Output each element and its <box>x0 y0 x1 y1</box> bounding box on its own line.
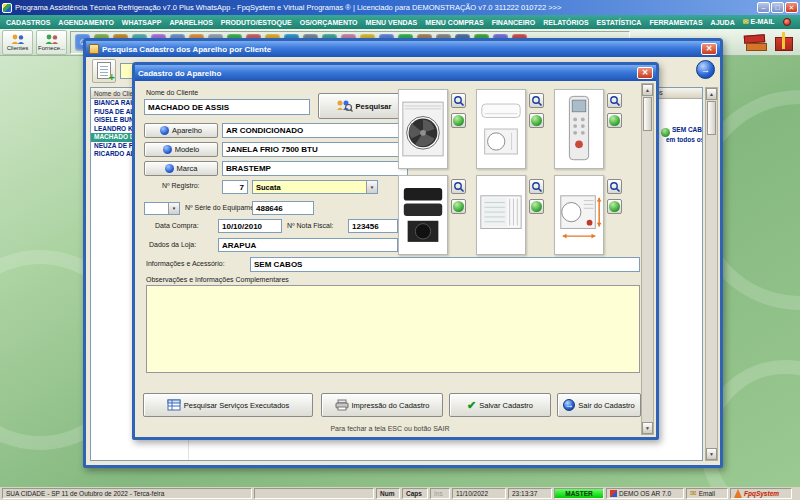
brand-field[interactable]: BRASTEMP <box>222 161 408 176</box>
menu-item[interactable]: AJUDA <box>707 19 739 26</box>
scrollbar-vertical[interactable] <box>641 83 654 435</box>
app-logo-icon <box>2 3 12 13</box>
menu-item[interactable]: RELATÓRIOS <box>539 19 592 26</box>
chevron-down-icon[interactable] <box>168 203 179 214</box>
scroll-thumb[interactable] <box>707 101 716 135</box>
scroll-thumb[interactable] <box>643 97 652 131</box>
device-icon <box>160 126 169 135</box>
status-insert: Ins <box>430 488 450 499</box>
menu-item[interactable]: WHATSAPP <box>118 19 166 26</box>
close-window-button[interactable] <box>701 43 717 55</box>
print-record-button[interactable]: Impressão do Cadastro <box>321 393 443 417</box>
gift-icon[interactable] <box>774 31 792 50</box>
mail-icon <box>690 489 697 498</box>
menu-item[interactable]: FERRAMENTAS <box>645 19 706 26</box>
model-button[interactable]: Modelo <box>144 142 218 157</box>
zoom-image-button[interactable] <box>451 93 466 108</box>
dictionary-books-icon[interactable] <box>744 33 766 51</box>
clients-button-label: Clientes <box>7 45 29 51</box>
app-version-icon <box>610 490 617 497</box>
accessories-field[interactable]: SEM CABOS <box>250 257 640 272</box>
suppliers-button[interactable]: Fornece... <box>36 30 67 55</box>
serial-field[interactable]: 488646 <box>252 201 314 215</box>
invoice-label: Nº Nota Fiscal: <box>287 222 334 229</box>
zoom-image-button[interactable] <box>529 179 544 194</box>
store-field[interactable]: ARAPUA <box>218 238 398 252</box>
menu-item[interactable]: CADASTROS <box>2 19 54 26</box>
ac-outdoor-lg-dimensions-photo <box>554 175 604 255</box>
scrollbar-vertical[interactable] <box>705 87 718 461</box>
client-name-field[interactable]: MACHADO DE ASSIS <box>144 99 310 115</box>
app-statusbar: SUA CIDADE - SP 11 de Outubro de 2022 - … <box>0 487 800 500</box>
menu-item[interactable]: E-MAIL <box>739 18 779 26</box>
serial-prefix-select[interactable] <box>144 202 180 215</box>
save-record-button[interactable]: Salvar Cadastro <box>449 393 551 417</box>
status-caps-lock: Caps <box>402 488 428 499</box>
register-field[interactable]: 7 <box>222 180 248 194</box>
close-button[interactable] <box>785 2 798 13</box>
search-people-icon <box>335 99 353 113</box>
ac-window-unit-photo <box>476 175 526 255</box>
green-orb-icon <box>531 201 542 212</box>
status-user: MASTER <box>554 488 604 499</box>
close-dialog-button[interactable] <box>637 67 653 79</box>
notes-textarea[interactable] <box>146 285 640 373</box>
zoom-image-button[interactable] <box>529 93 544 108</box>
app-menubar: CADASTROSAGENDAMENTOWHATSAPPAPARELHOSPRO… <box>0 15 800 29</box>
invoice-field[interactable]: 123456 <box>348 219 398 233</box>
select-image-button[interactable] <box>529 113 544 128</box>
purchase-date-field[interactable]: 10/10/2010 <box>218 219 282 233</box>
model-field[interactable]: JANELA FRIO 7500 BTU <box>222 142 408 157</box>
chevron-down-icon[interactable] <box>366 181 377 193</box>
device-button[interactable]: Aparelho <box>144 123 218 138</box>
magnifier-icon <box>609 95 621 107</box>
purchase-date-label: Data Compra: <box>155 222 199 229</box>
dialog-title: Cadastro do Aparelho <box>138 69 221 78</box>
clients-button[interactable]: Clientes <box>2 30 33 55</box>
search-client-label: Pesquisar <box>356 102 392 111</box>
brand-button[interactable]: Marca <box>144 161 218 176</box>
status-time: 23:13:37 <box>508 488 552 499</box>
menu-item[interactable]: MENU VENDAS <box>362 19 422 26</box>
select-image-button[interactable] <box>607 199 622 214</box>
scroll-up-icon[interactable] <box>642 84 653 96</box>
menu-item[interactable]: APARELHOS <box>165 19 216 26</box>
new-record-icon <box>97 62 111 79</box>
ac-split-set-photo <box>476 89 526 169</box>
select-image-button[interactable] <box>529 199 544 214</box>
device-form-dialog: Cadastro do Aparelho Nome do Cliente MAC… <box>132 62 659 440</box>
notes-label: Observações e Informações Complementares <box>146 276 289 283</box>
status-email[interactable]: Email <box>686 488 728 499</box>
client-name-label: Nome do Cliente <box>146 89 198 96</box>
scroll-down-icon[interactable] <box>706 448 717 460</box>
condition-select[interactable]: Sucata <box>252 180 378 194</box>
search-client-button[interactable]: Pesquisar <box>318 93 408 119</box>
store-label: Dados da Loja: <box>149 241 196 248</box>
menu-item[interactable]: ESTATÍSTICA <box>593 19 646 26</box>
select-image-button[interactable] <box>451 113 466 128</box>
app-titlebar: Programa Assistência Técnica Refrigeraçã… <box>0 0 800 15</box>
select-image-button[interactable] <box>607 113 622 128</box>
suppliers-button-label: Fornece... <box>38 45 65 51</box>
suppliers-icon <box>44 34 60 45</box>
menu-item[interactable]: MENU COMPRAS <box>421 19 487 26</box>
status-brand: FpqSystem <box>730 488 792 499</box>
window-title: Pesquisa Cadastro dos Aparelho por Clien… <box>102 45 271 54</box>
menu-item[interactable]: PRODUTO/ESTOQUE <box>217 19 296 26</box>
green-orb-icon <box>609 201 620 212</box>
select-image-button[interactable] <box>451 199 466 214</box>
menu-item[interactable]: FINANCEIRO <box>488 19 540 26</box>
zoom-image-button[interactable] <box>607 179 622 194</box>
menu-item[interactable]: AGENDAMENTO <box>54 19 117 26</box>
device-field[interactable]: AR CONDICIONADO <box>222 123 408 138</box>
new-record-button[interactable] <box>92 59 116 83</box>
zoom-image-button[interactable] <box>607 93 622 108</box>
minimize-button[interactable] <box>757 2 770 13</box>
maximize-button[interactable] <box>771 2 784 13</box>
zoom-image-button[interactable] <box>451 179 466 194</box>
menu-item[interactable]: OS/ORÇAMENTO <box>296 19 362 26</box>
exit-dialog-button[interactable]: Sair do Cadastro <box>557 393 641 417</box>
search-services-button[interactable]: Pesquisar Serviços Executados <box>143 393 313 417</box>
scroll-up-icon[interactable] <box>706 88 717 100</box>
search-go-button[interactable] <box>696 60 715 79</box>
